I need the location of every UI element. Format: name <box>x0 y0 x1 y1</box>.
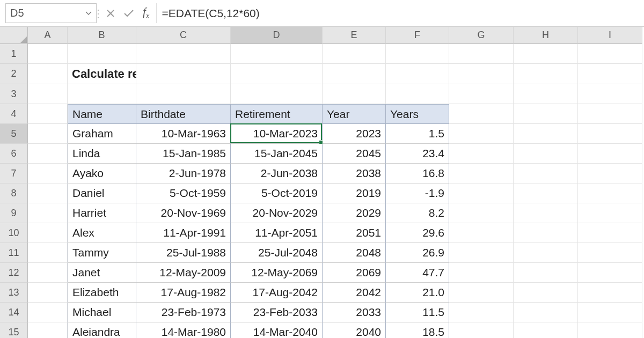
cell-H5[interactable] <box>514 124 578 144</box>
cell-G15[interactable] <box>449 322 514 338</box>
cell-G2[interactable] <box>449 64 514 84</box>
cell-C7[interactable]: 2-Jun-1978 <box>136 164 231 183</box>
cell-H6[interactable] <box>514 144 578 164</box>
cell-C15[interactable]: 14-Mar-1980 <box>136 322 231 338</box>
cell-H15[interactable] <box>514 322 578 338</box>
cell-C3[interactable] <box>136 84 231 104</box>
cell-B11[interactable]: Tammy <box>68 243 136 263</box>
cell-I2[interactable] <box>578 64 642 84</box>
cell-F7[interactable]: 16.8 <box>386 164 449 183</box>
formula-input[interactable]: =EDATE(C5,12*60) <box>156 3 641 23</box>
cell-I3[interactable] <box>578 84 642 104</box>
cell-D11[interactable]: 25-Jul-2048 <box>231 243 323 263</box>
row-header-2[interactable]: 2 <box>0 64 28 84</box>
cell-D1[interactable] <box>231 44 323 64</box>
cell-C5[interactable]: 10-Mar-1963 <box>136 124 231 144</box>
cell-A2[interactable] <box>28 64 68 84</box>
cell-G4[interactable] <box>449 104 514 124</box>
col-header-G[interactable]: G <box>449 27 514 44</box>
cell-F6[interactable]: 23.4 <box>386 144 449 164</box>
cell-G10[interactable] <box>449 223 514 243</box>
cell-G5[interactable] <box>449 124 514 144</box>
cell-I8[interactable] <box>578 183 642 203</box>
cell-A14[interactable] <box>28 303 68 322</box>
cell-D15[interactable]: 14-Mar-2040 <box>231 322 323 338</box>
col-header-B[interactable]: B <box>68 27 136 44</box>
cell-A10[interactable] <box>28 223 68 243</box>
row-header-14[interactable]: 14 <box>0 303 28 322</box>
cell-A8[interactable] <box>28 183 68 203</box>
fx-icon[interactable]: fx <box>143 5 150 20</box>
cell-I13[interactable] <box>578 283 642 303</box>
cell-H7[interactable] <box>514 164 578 183</box>
col-header-E[interactable]: E <box>323 27 386 44</box>
cell-B9[interactable]: Harriet <box>68 203 136 223</box>
cell-D4[interactable]: Retirement <box>231 104 323 124</box>
row-header-9[interactable]: 9 <box>0 203 28 223</box>
cell-B10[interactable]: Alex <box>68 223 136 243</box>
cell-I12[interactable] <box>578 263 642 283</box>
cell-A7[interactable] <box>28 164 68 183</box>
cell-H1[interactable] <box>514 44 578 64</box>
cell-F4[interactable]: Years <box>386 104 449 124</box>
cell-B6[interactable]: Linda <box>68 144 136 164</box>
cell-E1[interactable] <box>323 44 386 64</box>
cell-D10[interactable]: 11-Apr-2051 <box>231 223 323 243</box>
row-header-4[interactable]: 4 <box>0 104 28 124</box>
cell-B3[interactable] <box>68 84 136 104</box>
row-header-13[interactable]: 13 <box>0 283 28 303</box>
cell-G6[interactable] <box>449 144 514 164</box>
cell-I15[interactable] <box>578 322 642 338</box>
cell-E13[interactable]: 2042 <box>323 283 386 303</box>
cell-F11[interactable]: 26.9 <box>386 243 449 263</box>
cell-F14[interactable]: 11.5 <box>386 303 449 322</box>
cell-D8[interactable]: 5-Oct-2019 <box>231 183 323 203</box>
cell-G13[interactable] <box>449 283 514 303</box>
cancel-icon[interactable] <box>106 9 115 18</box>
row-header-11[interactable]: 11 <box>0 243 28 263</box>
cell-C6[interactable]: 15-Jan-1985 <box>136 144 231 164</box>
name-box-dropdown-icon[interactable] <box>81 11 96 16</box>
cell-A6[interactable] <box>28 144 68 164</box>
cell-F1[interactable] <box>386 44 449 64</box>
cell-C11[interactable]: 25-Jul-1988 <box>136 243 231 263</box>
cell-G8[interactable] <box>449 183 514 203</box>
cell-D9[interactable]: 20-Nov-2029 <box>231 203 323 223</box>
cell-H4[interactable] <box>514 104 578 124</box>
cell-I4[interactable] <box>578 104 642 124</box>
cell-E12[interactable]: 2069 <box>323 263 386 283</box>
cell-D5[interactable]: 10-Mar-2023 <box>231 124 323 144</box>
cell-H2[interactable] <box>514 64 578 84</box>
cell-I7[interactable] <box>578 164 642 183</box>
cell-E5[interactable]: 2023 <box>323 124 386 144</box>
cell-G7[interactable] <box>449 164 514 183</box>
cell-A13[interactable] <box>28 283 68 303</box>
cell-F9[interactable]: 8.2 <box>386 203 449 223</box>
cell-H11[interactable] <box>514 243 578 263</box>
cell-F10[interactable]: 29.6 <box>386 223 449 243</box>
cell-D14[interactable]: 23-Feb-2033 <box>231 303 323 322</box>
cell-C13[interactable]: 17-Aug-1982 <box>136 283 231 303</box>
row-header-8[interactable]: 8 <box>0 183 28 203</box>
cell-E3[interactable] <box>323 84 386 104</box>
col-header-F[interactable]: F <box>386 27 449 44</box>
cell-E2[interactable] <box>323 64 386 84</box>
select-all-corner[interactable] <box>0 27 28 44</box>
row-header-3[interactable]: 3 <box>0 84 28 104</box>
cell-F13[interactable]: 21.0 <box>386 283 449 303</box>
cell-C9[interactable]: 20-Nov-1969 <box>136 203 231 223</box>
cell-B7[interactable]: Ayako <box>68 164 136 183</box>
cell-E9[interactable]: 2029 <box>323 203 386 223</box>
row-header-6[interactable]: 6 <box>0 144 28 164</box>
cell-D12[interactable]: 12-May-2069 <box>231 263 323 283</box>
cell-D6[interactable]: 15-Jan-2045 <box>231 144 323 164</box>
cell-C1[interactable] <box>136 44 231 64</box>
cell-B8[interactable]: Daniel <box>68 183 136 203</box>
cell-F2[interactable] <box>386 64 449 84</box>
cell-E10[interactable]: 2051 <box>323 223 386 243</box>
cell-B2[interactable]: Calculate retirement date <box>68 64 136 84</box>
cell-A5[interactable] <box>28 124 68 144</box>
cell-F12[interactable]: 47.7 <box>386 263 449 283</box>
cell-C4[interactable]: Birthdate <box>136 104 231 124</box>
cell-G14[interactable] <box>449 303 514 322</box>
